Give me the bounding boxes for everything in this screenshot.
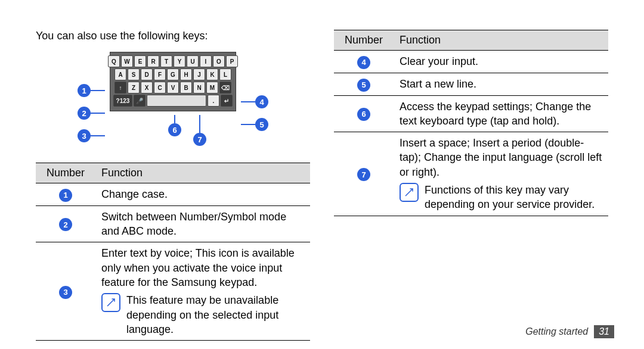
right-column: Number Function 4 Clear your input. 5 St… xyxy=(334,30,608,345)
callout-7: 7 xyxy=(193,133,206,146)
callout-6: 6 xyxy=(168,123,181,136)
row-text: Change case. xyxy=(95,183,310,206)
key-z: Z xyxy=(128,82,140,94)
row-num: 7 xyxy=(357,168,370,181)
row-cell: Insert a space; Insert a period (double-… xyxy=(394,132,608,216)
key-backspace: ⌫ xyxy=(219,82,231,94)
row-num: 5 xyxy=(357,79,370,92)
row-num: 6 xyxy=(357,108,370,121)
function-table-right: Number Function 4 Clear your input. 5 St… xyxy=(334,30,608,216)
key-l: L xyxy=(219,68,231,80)
key-m: M xyxy=(206,82,218,94)
row-text: Clear your input. xyxy=(394,51,608,73)
key-r: R xyxy=(147,55,159,67)
left-column: You can also use the following keys: 1 2… xyxy=(36,30,310,345)
row-num: 3 xyxy=(59,286,72,299)
key-q: Q xyxy=(108,55,120,67)
key-g: G xyxy=(167,68,179,80)
key-u: U xyxy=(187,55,199,67)
table-row: 2 Switch between Number/Symbol mode and … xyxy=(36,205,310,242)
function-table-left: Number Function 1 Change case. 2 Switch … xyxy=(36,163,310,341)
note-text: Functions of this key may vary depending… xyxy=(425,183,602,212)
callout-5: 5 xyxy=(255,118,268,131)
key-shift: ↑ xyxy=(114,82,126,94)
note-icon xyxy=(101,293,120,312)
table-row: 4 Clear your input. xyxy=(334,51,608,73)
keypad-block: Q W E R T Y U I O P A S D xyxy=(110,52,236,146)
key-mode: ?123 xyxy=(113,95,132,107)
key-f: F xyxy=(154,68,166,80)
key-c: C xyxy=(154,82,166,94)
key-j: J xyxy=(193,68,205,80)
row-text: Enter text by voice; This icon is availa… xyxy=(101,246,304,289)
key-enter: ↵ xyxy=(221,95,233,107)
th-function: Function xyxy=(95,163,310,183)
th-number: Number xyxy=(36,163,95,183)
row-num: 1 xyxy=(59,189,72,202)
key-w: W xyxy=(121,55,133,67)
key-e: E xyxy=(134,55,146,67)
row-text: Start a new line. xyxy=(394,73,608,95)
keypad-illustration: 1 2 3 Q W E R xyxy=(54,52,292,146)
right-callouts: 4 5 xyxy=(236,95,268,132)
key-a: A xyxy=(114,68,126,80)
row-num: 4 xyxy=(357,56,370,69)
row-cell: Enter text by voice; This icon is availa… xyxy=(95,242,310,341)
key-x: X xyxy=(141,82,153,94)
bottom-callouts: 6 7 xyxy=(110,115,236,146)
key-y: Y xyxy=(174,55,185,67)
table-row: 5 Start a new line. xyxy=(334,73,608,95)
key-o: O xyxy=(213,55,225,67)
key-d: D xyxy=(141,68,153,80)
callout-4: 4 xyxy=(255,95,268,108)
callout-2: 2 xyxy=(78,107,91,120)
th-number: Number xyxy=(334,30,394,51)
row-text: Insert a space; Insert a period (double-… xyxy=(400,136,602,179)
page-footer: Getting started 31 xyxy=(525,325,614,338)
callout-3: 3 xyxy=(78,129,91,142)
footer-page-number: 31 xyxy=(594,325,614,338)
note-icon xyxy=(400,183,419,202)
row-text: Access the keypad settings; Change the t… xyxy=(394,95,608,132)
keypad-grid: Q W E R T Y U I O P A S D xyxy=(110,52,236,111)
th-function: Function xyxy=(394,30,608,51)
row-text: Switch between Number/Symbol mode and AB… xyxy=(95,205,310,242)
key-v: V xyxy=(167,82,179,94)
key-mic: 🎤 xyxy=(134,95,145,107)
key-n: N xyxy=(193,82,205,94)
table-row: 1 Change case. xyxy=(36,183,310,206)
table-row: 6 Access the keypad settings; Change the… xyxy=(334,95,608,132)
row-num: 2 xyxy=(59,218,72,231)
key-k: K xyxy=(206,68,218,80)
key-i: I xyxy=(200,55,212,67)
key-h: H xyxy=(180,68,192,80)
key-period: . xyxy=(208,95,219,107)
key-b: B xyxy=(180,82,192,94)
callout-1: 1 xyxy=(78,84,91,97)
note-text: This feature may be unavailable dependin… xyxy=(126,293,304,336)
table-row: 3 Enter text by voice; This icon is avai… xyxy=(36,242,310,341)
page-body: You can also use the following keys: 1 2… xyxy=(0,0,644,345)
key-s: S xyxy=(128,68,140,80)
left-callouts: 1 2 3 xyxy=(78,83,110,143)
key-space xyxy=(147,95,206,107)
intro-text: You can also use the following keys: xyxy=(36,30,310,42)
key-p: P xyxy=(226,55,238,67)
key-t: T xyxy=(160,55,172,67)
table-row: 7 Insert a space; Insert a period (doubl… xyxy=(334,132,608,216)
footer-section: Getting started xyxy=(525,326,588,337)
